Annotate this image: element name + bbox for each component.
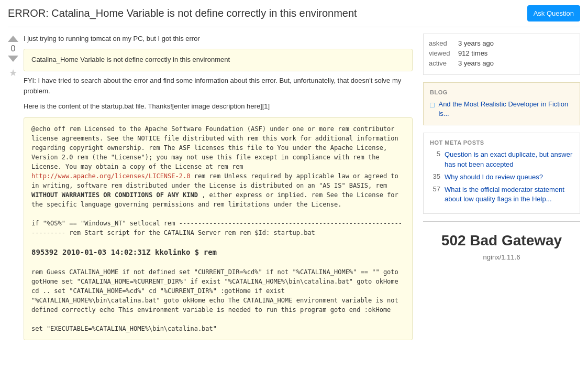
code-line4: if "%OS%" == "Windows_NT" setlocal rem -… [31, 220, 402, 236]
content-column: I just trying to running tomcat on my PC… [24, 34, 413, 345]
error-quote: Catalina_Home Variable is not define cor… [24, 49, 413, 71]
ask-question-button[interactable]: Ask Question [527, 5, 580, 21]
hot-meta-num-2: 35 [430, 172, 440, 180]
active-value: 3 years ago [458, 59, 494, 67]
sidebar: asked 3 years ago viewed 912 times activ… [423, 34, 580, 345]
hot-meta-item-3: 57 What is the official moderator statem… [430, 185, 573, 204]
hot-meta-box: HOT META POSTS 5 Question is an exact du… [423, 133, 580, 214]
code-link[interactable]: http://www.apache.org/licenses/LICENSE-2… [31, 172, 190, 180]
hot-meta-link-1[interactable]: Question is an exact duplicate, but answ… [445, 150, 573, 169]
body-content: Here is the content of the startup.bat f… [24, 101, 413, 112]
blog-item: □ And the Most Realistic Developer in Fi… [430, 100, 573, 118]
hot-meta-num-1: 5 [430, 150, 440, 158]
vote-count: 0 [11, 44, 16, 53]
upvote-button[interactable] [8, 36, 18, 42]
vote-column: 0 ★ [8, 34, 18, 345]
code-line5: rem Guess CATALINA_HOME if not defined s… [31, 268, 398, 313]
bad-gateway-subtitle: nginx/1.11.6 [428, 253, 575, 261]
code-line1: @echo off rem Licensed to the Apache Sof… [31, 125, 398, 170]
blog-icon: □ [430, 101, 434, 109]
code-bold: WITHOUT WARRANTIES OR CONDITIONS OF ANY … [31, 191, 198, 199]
favorite-button[interactable]: ★ [9, 67, 17, 79]
body-intro: I just trying to running tomcat on my PC… [24, 34, 413, 45]
active-label: active [429, 59, 455, 67]
hot-meta-title: HOT META POSTS [430, 139, 573, 146]
blog-section-title: BLOG [430, 89, 573, 95]
asked-label: asked [429, 39, 455, 47]
bad-gateway-title: 502 Bad Gateway [428, 232, 575, 249]
question-body: I just trying to running tomcat on my PC… [24, 34, 413, 340]
body-fyi: FYI: I have tried to search about the er… [24, 75, 413, 98]
hot-meta-item-2: 35 Why should I do review queues? [430, 172, 573, 182]
hot-meta-item-1: 5 Question is an exact duplicate, but an… [430, 150, 573, 169]
stats-box: asked 3 years ago viewed 912 times activ… [423, 34, 580, 75]
blog-link[interactable]: And the Most Realistic Developer in Fict… [438, 100, 573, 118]
hot-meta-link-3[interactable]: What is the official moderator statement… [445, 185, 573, 204]
question-title: ERROR: Catalina_Home Variable is not def… [8, 7, 517, 19]
hot-meta-num-3: 57 [430, 185, 440, 193]
question-area: 0 ★ I just trying to running tomcat on m… [8, 34, 413, 345]
viewed-label: viewed [429, 49, 455, 57]
code-block: @echo off rem Licensed to the Apache Sof… [24, 117, 413, 340]
downvote-button[interactable] [8, 56, 18, 62]
code-bold2: 895392 2010-01-03 14:02:31Z kkolinko $ r… [31, 248, 217, 256]
blog-box: BLOG □ And the Most Realistic Developer … [423, 82, 580, 125]
bad-gateway-box: 502 Bad Gateway nginx/1.11.6 [423, 221, 580, 272]
asked-value: 3 years ago [458, 39, 494, 47]
hot-meta-link-2[interactable]: Why should I do review queues? [445, 172, 543, 182]
code-line6: set "EXECUTABLE=%CATALINA_HOME%\bin\cata… [31, 325, 217, 332]
viewed-value: 912 times [458, 49, 487, 57]
